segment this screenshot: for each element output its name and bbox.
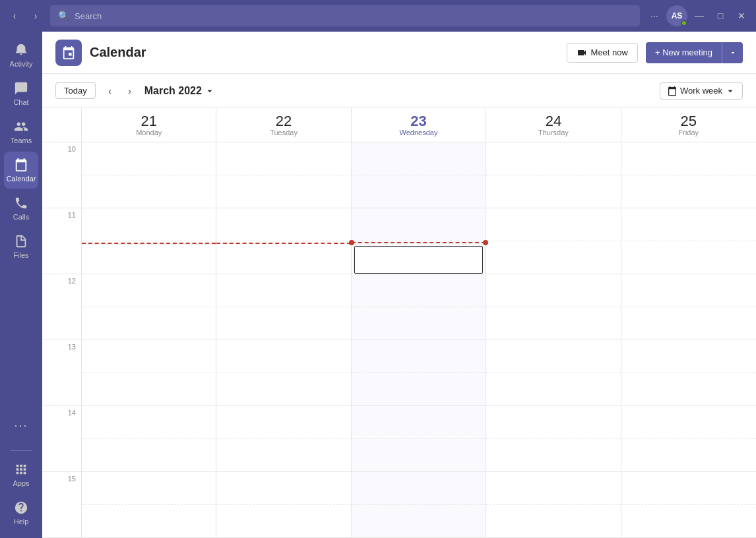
sidebar-item-apps[interactable]: Apps <box>4 456 38 493</box>
page-title: Calendar <box>90 45 559 60</box>
sidebar-label-files: Files <box>13 251 28 259</box>
tue-hour-14[interactable] <box>216 406 350 472</box>
day-col-tue[interactable] <box>216 142 351 538</box>
time-slot-14: 14 <box>42 406 81 472</box>
day-header-thu[interactable]: 24 Thursday <box>486 108 621 142</box>
sidebar-label-apps: Apps <box>13 479 29 487</box>
tue-hour-10[interactable] <box>216 142 350 208</box>
mon-hour-11[interactable] <box>82 208 216 274</box>
fri-hour-10[interactable] <box>621 142 756 208</box>
day-col-wed[interactable] <box>352 142 486 538</box>
day-num-24: 24 <box>546 114 561 129</box>
day-header-tue[interactable]: 22 Tuesday <box>216 108 351 142</box>
close-button[interactable]: ✕ <box>732 7 751 25</box>
title-bar-nav: ‹ › <box>5 7 45 25</box>
teams-icon <box>14 119 28 134</box>
tue-hour-11[interactable] <box>216 208 350 274</box>
new-meeting-dropdown[interactable] <box>722 42 743 63</box>
wed-hour-12[interactable] <box>352 274 486 340</box>
day-col-mon[interactable] <box>82 142 216 538</box>
day-col-fri[interactable] <box>621 142 756 538</box>
day-col-thu[interactable] <box>486 142 621 538</box>
calendar-grid: 10 11 12 13 14 15 21 Monday 22 Tuesday <box>42 108 756 538</box>
sidebar-item-help[interactable]: Help <box>4 494 38 531</box>
day-num-23: 23 <box>410 114 426 129</box>
thu-hour-15[interactable] <box>486 472 620 538</box>
thu-hour-12[interactable] <box>486 274 620 340</box>
sidebar: Activity Chat Teams Calendar Calls <box>0 32 42 538</box>
sidebar-item-more[interactable]: ··· <box>4 407 38 444</box>
apps-icon <box>14 462 28 477</box>
content-area: Calendar Meet now + New meeting <box>42 32 756 538</box>
video-icon <box>577 47 587 58</box>
day-name-mon: Monday <box>136 129 162 136</box>
fri-hour-11[interactable] <box>621 208 756 274</box>
day-header-wed[interactable]: 23 Wednesday <box>352 108 486 142</box>
mon-hour-14[interactable] <box>82 406 216 472</box>
search-bar[interactable]: 🔍 <box>50 5 640 26</box>
fri-hour-12[interactable] <box>621 274 756 340</box>
day-header-mon[interactable]: 21 Monday <box>82 108 216 142</box>
mon-hour-10[interactable] <box>82 142 216 208</box>
fri-hour-13[interactable] <box>621 340 756 406</box>
month-label[interactable]: March 2022 <box>144 85 215 97</box>
tue-hour-15[interactable] <box>216 472 350 538</box>
time-slot-11: 11 <box>42 208 81 274</box>
today-button[interactable]: Today <box>55 82 96 99</box>
meet-now-button[interactable]: Meet now <box>567 43 638 63</box>
calendar-icon <box>61 45 76 60</box>
wed-hour-15[interactable] <box>352 472 486 538</box>
sidebar-item-teams[interactable]: Teams <box>4 113 38 150</box>
title-bar: ‹ › 🔍 ··· AS — □ ✕ <box>0 0 756 32</box>
calendar-toolbar: Today ‹ › March 2022 Work week <box>42 74 756 108</box>
mon-hour-13[interactable] <box>82 340 216 406</box>
thu-hour-13[interactable] <box>486 340 620 406</box>
search-input[interactable] <box>75 11 632 21</box>
calendar-app-icon <box>55 40 82 66</box>
sidebar-item-activity[interactable]: Activity <box>4 37 38 74</box>
files-icon <box>14 234 28 249</box>
sidebar-item-calls[interactable]: Calls <box>4 190 38 227</box>
back-button[interactable]: ‹ <box>5 7 24 25</box>
fri-hour-15[interactable] <box>621 472 756 538</box>
forward-button[interactable]: › <box>26 7 45 25</box>
sidebar-item-chat[interactable]: Chat <box>4 75 38 112</box>
mon-hour-12[interactable] <box>82 274 216 340</box>
time-slot-10: 10 <box>42 142 81 208</box>
sidebar-item-files[interactable]: Files <box>4 228 38 265</box>
thu-hour-11[interactable] <box>486 208 620 274</box>
current-time-line <box>352 242 486 243</box>
wed-hour-11[interactable] <box>352 208 486 274</box>
more-options-button[interactable]: ··· <box>645 7 664 25</box>
next-button[interactable]: › <box>121 82 139 100</box>
day-name-thu: Thursday <box>538 129 569 136</box>
view-selector[interactable]: Work week <box>660 82 743 100</box>
thu-hour-10[interactable] <box>486 142 620 208</box>
day-num-21: 21 <box>141 114 156 129</box>
mon-hour-15[interactable] <box>82 472 216 538</box>
nav-arrows: ‹ › <box>101 82 139 100</box>
wed-hour-14[interactable] <box>352 406 486 472</box>
minimize-button[interactable]: — <box>690 7 709 25</box>
prev-button[interactable]: ‹ <box>101 82 119 100</box>
calendar-header: Calendar Meet now + New meeting <box>42 32 756 74</box>
thu-hour-14[interactable] <box>486 406 620 472</box>
calendar-view-icon <box>667 86 677 96</box>
wed-hour-10[interactable] <box>352 142 486 208</box>
maximize-button[interactable]: □ <box>711 7 730 25</box>
avatar[interactable]: AS <box>666 5 687 26</box>
tue-hour-12[interactable] <box>216 274 350 340</box>
event-block[interactable] <box>354 246 483 274</box>
day-header-fri[interactable]: 25 Friday <box>621 108 756 142</box>
day-num-25: 25 <box>681 114 697 129</box>
fri-hour-14[interactable] <box>621 406 756 472</box>
sidebar-label-calendar: Calendar <box>7 175 36 183</box>
tue-hour-13[interactable] <box>216 340 350 406</box>
avatar-status <box>681 20 687 26</box>
sidebar-item-calendar[interactable]: Calendar <box>4 152 38 189</box>
wed-hour-13[interactable] <box>352 340 486 406</box>
new-meeting-button[interactable]: + New meeting <box>646 42 722 63</box>
time-slot-12: 12 <box>42 274 81 340</box>
phone-icon <box>14 196 28 210</box>
chevron-down-icon <box>729 49 737 57</box>
